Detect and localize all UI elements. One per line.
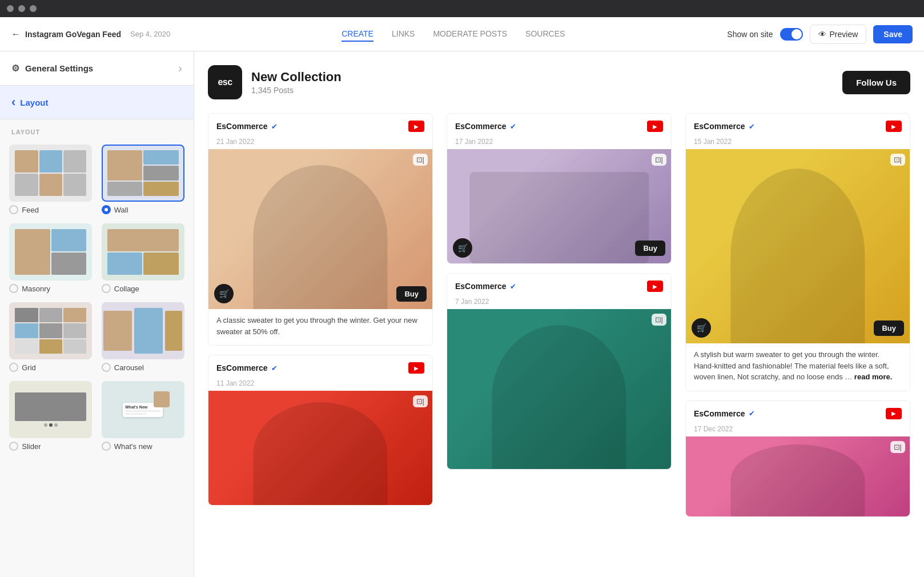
layout-radio-grid[interactable] [9,363,18,372]
general-settings-label: General Settings [25,63,93,73]
post-card: EsCommerce ✔ 17 Dec 2022 ⊡| [685,400,910,517]
verified-icon: ✔ [510,122,516,131]
thumb-cell [51,253,87,275]
post-date: 21 Jan 2022 [208,138,432,149]
titlebar-dot-2 [18,5,25,12]
arrow-left-icon [11,29,21,39]
layout-grid: Feed Wall [0,140,194,460]
content-area: esc New Collection 1,345 Posts Follow Us… [194,51,924,577]
thumb-cell [39,339,62,354]
cart-icon[interactable]: 🛒 [453,238,472,258]
post-header: EsCommerce ✔ [686,114,910,137]
post-column-2: EsCommerce ✔ 17 Jan 2022 ⊡| 🛒 Buy [447,113,672,517]
follow-button[interactable]: Follow Us [842,71,910,94]
layout-item-whatsnew[interactable]: What's New What's new [102,381,185,451]
layout-radio-carousel[interactable] [102,363,111,372]
thumb-cell [143,253,179,275]
layout-radio-wall[interactable] [102,205,111,214]
layout-section[interactable]: Layout [0,86,194,119]
person-silhouette [730,444,865,516]
layout-radio-feed[interactable] [9,205,18,214]
show-site-toggle[interactable] [780,28,803,41]
layout-section-label: LAYOUT [0,119,194,140]
youtube-icon [647,281,663,292]
verified-icon: ✔ [271,364,278,372]
cart-icon[interactable]: 🛒 [692,318,711,338]
tab-links[interactable]: LINKS [392,27,415,42]
layout-item-grid[interactable]: Grid [9,302,93,372]
thumb-cell [15,323,38,338]
camera-icon-wrap: ⊡| [652,154,666,166]
layout-item-carousel[interactable]: Carousel [102,302,185,372]
author-name: EsCommerce [455,282,507,291]
buy-btn-wrap: 🛒 Buy [447,238,671,258]
thumb-cell [107,182,143,196]
post-header: EsCommerce ✔ [208,355,432,378]
buy-button[interactable]: Buy [635,241,665,256]
general-settings-section[interactable]: General Settings [0,51,194,86]
layout-item-collage[interactable]: Collage [102,223,185,293]
titlebar-dot-3 [30,5,37,12]
thumb-cell [143,182,179,196]
thumb-cell [15,150,38,173]
layout-name-feed: Feed [22,206,39,214]
camera-icon-wrap: ⊡| [890,441,905,453]
cart-icon[interactable]: 🛒 [214,284,234,303]
camera-icon-wrap: ⊡| [652,314,666,326]
thumb-cell [63,323,86,338]
tab-create[interactable]: CREATE [342,27,373,42]
save-button[interactable]: Save [873,25,913,43]
preview-label: Preview [830,30,858,39]
layout-label-row-wall: Wall [102,205,184,214]
author-name: EsCommerce [455,122,507,131]
person-silhouette [492,325,626,469]
layout-thumb-grid [9,302,92,359]
thumb-cell [107,150,143,181]
post-column-1: EsCommerce ✔ 21 Jan 2022 ⊡| 🛒 Buy [208,113,433,517]
layout-name-grid: Grid [22,363,36,372]
main-layout: General Settings Layout LAYOUT [0,51,924,577]
post-author: EsCommerce ✔ [694,122,755,131]
layout-item-slider[interactable]: Slider [9,381,93,451]
verified-icon: ✔ [749,409,755,418]
buy-button[interactable]: Buy [874,320,904,336]
post-date: 17 Jan 2022 [447,138,671,149]
thumb-cell [39,323,62,338]
chevron-right-icon [178,62,182,75]
layout-radio-whatsnew[interactable] [102,442,111,451]
tab-sources[interactable]: SOURCES [525,27,565,42]
layout-item-wall[interactable]: Wall [102,145,185,214]
layout-label-row-whatsnew: What's new [102,442,184,451]
layout-item-masonry[interactable]: Masonry [9,223,93,293]
layout-radio-slider[interactable] [9,442,18,451]
layout-label-row-collage: Collage [102,284,184,293]
post-author: EsCommerce ✔ [694,409,755,418]
post-date: 17 Dec 2022 [686,425,910,436]
read-more-link[interactable]: read more. [854,372,892,381]
thumb-cell [63,339,86,354]
back-button[interactable]: Instagram GoVegan Feed Sep 4, 2020 [11,29,170,39]
layout-item-feed[interactable]: Feed [9,145,93,214]
eye-icon [818,30,826,39]
camera-icon-wrap: ⊡| [413,395,428,407]
post-header: EsCommerce ✔ [447,274,671,296]
verified-icon: ✔ [510,282,516,291]
show-site-label: Show on site [727,30,773,39]
titlebar-dot-1 [7,5,14,12]
person-silhouette [253,402,387,505]
tab-moderate-posts[interactable]: MODERATE POSTS [433,27,507,42]
layout-radio-collage[interactable] [102,284,111,293]
post-date: 15 Jan 2022 [686,138,910,149]
post-image: ⊡| [447,309,671,469]
author-name: EsCommerce [694,122,745,131]
layout-radio-masonry[interactable] [9,284,18,293]
post-author: EsCommerce ✔ [216,363,278,372]
buy-button[interactable]: Buy [396,286,427,302]
layout-label-row-slider: Slider [9,442,92,451]
titlebar [0,0,924,17]
posts-grid: EsCommerce ✔ 21 Jan 2022 ⊡| 🛒 Buy [208,113,910,517]
feed-date: Sep 4, 2020 [130,30,170,38]
thumb-cell [15,174,38,196]
youtube-icon [408,362,424,374]
preview-button[interactable]: Preview [810,25,867,44]
